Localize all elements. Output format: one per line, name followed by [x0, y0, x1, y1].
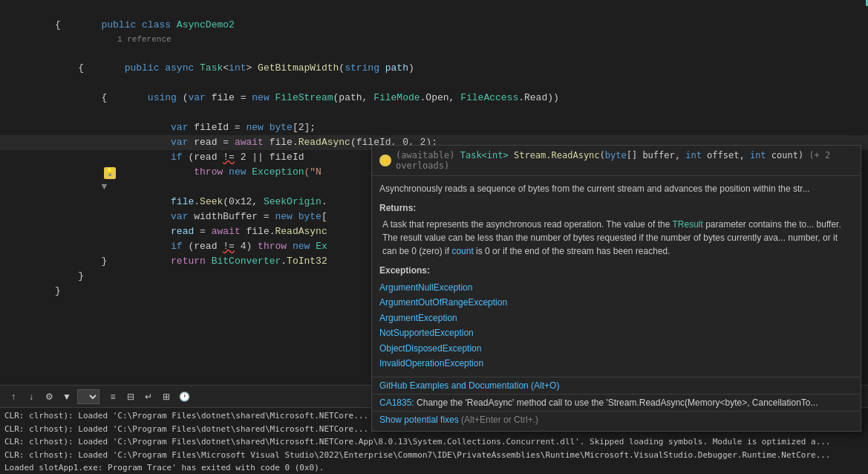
align-left-button[interactable]: ≡ — [105, 389, 120, 404]
clear-button[interactable]: ⊟ — [123, 389, 138, 404]
scroll-up-button[interactable]: ↑ — [6, 389, 21, 404]
table-button[interactable]: ⊞ — [159, 389, 174, 404]
popup-sig-params: (byte[] buffer, int offset, int count) — [600, 150, 804, 160]
fix-shortcut: (Alt+Enter or Ctrl+.) — [459, 415, 538, 425]
console-line: Loaded slotApp1.exe: Program Trace' has … — [4, 461, 864, 473]
popup-header: ⚡ (awaitable) Task<int> Stream.ReadAsync… — [372, 146, 861, 176]
console-dropdown[interactable] — [77, 389, 99, 404]
code-line: using (var file = new FileStream(path, F… — [0, 76, 868, 91]
exception-link-argumentnull[interactable]: ArgumentNullException — [379, 280, 853, 295]
line-code: { — [52, 18, 868, 33]
code-line: var read = await file.ReadAsync(fileId, … — [0, 120, 868, 135]
code-line: var fileId = new byte[2]; — [0, 105, 868, 120]
ca-text: Change the 'ReadAsync' method call to us… — [417, 397, 818, 408]
code-line: { — [0, 18, 868, 33]
code-line: public async Task<int> GetBitmapWidth(st… — [0, 46, 868, 61]
ca-link[interactable]: CA1835: — [379, 397, 417, 408]
console-line: CLR: clrhost): Loaded 'C:\Program Files\… — [4, 449, 864, 462]
popup-exceptions-list: ArgumentNullException ArgumentOutOfRange… — [379, 280, 853, 371]
exception-link-objectdisposed[interactable]: ObjectDisposedException — [379, 341, 853, 356]
popup-sig-method: Stream.ReadAsync — [509, 150, 600, 160]
code-line: 1 reference — [0, 33, 868, 46]
intellisense-popup: ⚡ (awaitable) Task<int> Stream.ReadAsync… — [371, 145, 861, 432]
exception-link-invalidoperation[interactable]: InvalidOperationException — [379, 356, 853, 371]
code-line: { — [0, 61, 868, 76]
popup-sig-awaitable: (awaitable) — [396, 150, 460, 160]
code-line: { — [0, 91, 868, 105]
popup-returns-title: Returns: — [379, 201, 853, 215]
popup-returns-text: A task that represents the asynchronous … — [379, 218, 853, 258]
line-code: { — [52, 61, 868, 76]
scroll-down-button[interactable]: ↓ — [24, 389, 39, 404]
dropdown-button[interactable]: ▼ — [59, 389, 74, 404]
popup-exceptions-title: Exceptions: — [379, 264, 853, 277]
line-code: { — [52, 91, 868, 105]
awaitable-icon: ⚡ — [379, 155, 391, 166]
popup-description: Asynchronously reads a sequence of bytes… — [379, 182, 853, 195]
popup-ca-row: CA1835: Change the 'ReadAsync' method ca… — [372, 394, 861, 411]
show-fixes-link[interactable]: Show potential fixes — [379, 415, 459, 425]
console-line: CLR: clrhost): Loaded 'C:\Program Files\… — [4, 435, 864, 449]
popup-sig-task: Task<int> — [460, 150, 509, 160]
settings-button[interactable]: ⚙ — [42, 389, 56, 404]
wrap-button[interactable]: ↵ — [141, 389, 156, 404]
code-line: public class AsyncDemo2 — [0, 3, 868, 18]
popup-fix-row: Show potential fixes (Alt+Enter or Ctrl+… — [372, 411, 861, 431]
exception-link-notsupported[interactable]: NotSupportedException — [379, 325, 853, 340]
loaded-status: Loaded — [4, 463, 34, 473]
clock-button[interactable]: 🕐 — [177, 389, 192, 404]
popup-signature: (awaitable) Task<int> Stream.ReadAsync(b… — [396, 150, 853, 171]
reference-hint[interactable]: 1 reference — [52, 33, 868, 46]
exception-link-argumentoutofrange[interactable]: ArgumentOutOfRangeException — [379, 295, 853, 310]
popup-body: Asynchronously reads a sequence of bytes… — [372, 176, 861, 377]
github-link[interactable]: GitHub Examples and Documentation (Alt+O… — [372, 377, 861, 394]
exception-link-argument[interactable]: ArgumentException — [379, 311, 853, 325]
popup-github-row: GitHub Examples and Documentation (Alt+O… — [372, 377, 861, 394]
